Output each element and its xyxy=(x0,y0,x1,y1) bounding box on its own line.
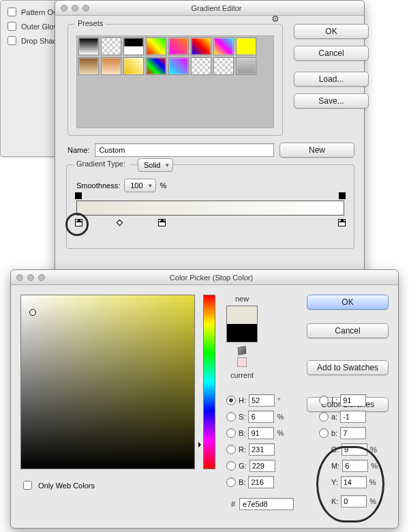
r-radio[interactable] xyxy=(226,445,236,454)
hue-slider-thumb[interactable] xyxy=(198,442,204,447)
a-input[interactable] xyxy=(340,411,366,423)
color-stop-mid[interactable] xyxy=(158,219,166,226)
minimize-icon[interactable] xyxy=(72,5,78,12)
gradient-bar[interactable] xyxy=(76,201,344,216)
midpoint-marker[interactable] xyxy=(117,220,123,226)
minimize-icon[interactable] xyxy=(27,274,34,281)
presets-menu-icon[interactable]: ⚙︎ xyxy=(271,14,279,24)
outer-glow-checkbox[interactable] xyxy=(7,22,16,31)
hue-slider[interactable] xyxy=(203,295,215,469)
gradient-name-input[interactable] xyxy=(95,143,274,157)
color-stop-left[interactable] xyxy=(75,219,82,226)
sv-selection-ring[interactable] xyxy=(29,309,36,316)
s-input[interactable] xyxy=(248,411,274,423)
drop-shadow-checkbox[interactable] xyxy=(7,36,16,45)
add-to-swatches-button[interactable]: Add to Swatches xyxy=(307,360,389,375)
l-input[interactable] xyxy=(340,394,366,407)
dialog-title: Gradient Editor xyxy=(89,4,344,12)
preset-swatch[interactable] xyxy=(78,38,99,55)
preset-swatch[interactable] xyxy=(146,38,166,55)
y-input[interactable] xyxy=(341,476,367,488)
preset-swatch[interactable] xyxy=(123,38,144,55)
sv-color-field[interactable] xyxy=(20,295,195,469)
smoothness-label: Smoothness: xyxy=(76,181,120,190)
smoothness-unit: % xyxy=(160,181,167,190)
fx-label: Outer Glow xyxy=(21,23,59,31)
cancel-button[interactable]: Cancel xyxy=(294,46,369,61)
presets-area[interactable] xyxy=(76,35,274,128)
preset-swatch[interactable] xyxy=(213,38,234,55)
r-input[interactable] xyxy=(249,443,275,456)
preset-swatch[interactable] xyxy=(101,38,121,55)
h-input[interactable] xyxy=(249,394,275,407)
h-radio[interactable] xyxy=(226,396,236,405)
preset-swatch[interactable] xyxy=(213,57,234,75)
save-button[interactable]: Save... xyxy=(294,93,369,108)
preset-swatch[interactable] xyxy=(191,57,211,75)
color-value-fields: H:° L: S:% a: B:% b: R: C:% G: M:% B: Y:… xyxy=(226,394,389,510)
load-button[interactable]: Load... xyxy=(294,72,369,87)
rgb-b-input[interactable] xyxy=(248,476,274,488)
c-input[interactable] xyxy=(342,443,367,456)
dialog-title: Color Picker (Stop Color) xyxy=(45,274,378,282)
gamut-warning-icon[interactable] xyxy=(237,346,246,355)
zoom-icon[interactable] xyxy=(38,274,45,281)
name-label: Name: xyxy=(67,146,89,154)
preset-swatch[interactable] xyxy=(146,57,166,75)
lb-radio[interactable] xyxy=(319,428,329,438)
ok-button[interactable]: OK xyxy=(294,24,369,39)
opacity-stop-right[interactable] xyxy=(339,192,346,199)
only-web-colors-checkbox[interactable] xyxy=(23,481,32,490)
swatch-current-label: current xyxy=(230,371,254,379)
rgb-b-radio[interactable] xyxy=(226,477,236,487)
s-radio[interactable] xyxy=(226,412,236,422)
pattern-overlay-checkbox[interactable] xyxy=(7,8,16,16)
color-swatch-pair[interactable] xyxy=(226,306,258,342)
color-picker-dialog: Color Picker (Stop Color) Only Web Color… xyxy=(10,269,399,529)
lab-b-input[interactable] xyxy=(340,427,366,439)
presets-label: Presets xyxy=(75,19,106,27)
zoom-icon[interactable] xyxy=(82,5,89,12)
k-input[interactable] xyxy=(341,495,367,507)
gradient-editor-dialog: Gradient Editor Presets ⚙︎ OK Cancel Loa… xyxy=(55,0,365,273)
cancel-button[interactable]: Cancel xyxy=(307,323,389,338)
preset-swatch[interactable] xyxy=(101,57,121,75)
b-hsb-input[interactable] xyxy=(248,427,274,439)
preset-swatch[interactable] xyxy=(78,57,99,75)
smoothness-select[interactable]: 100 xyxy=(124,179,155,192)
m-input[interactable] xyxy=(342,460,368,472)
preset-swatch[interactable] xyxy=(236,57,256,75)
close-icon[interactable] xyxy=(16,274,23,281)
only-web-label: Only Web Colors xyxy=(38,482,95,490)
preset-swatch[interactable] xyxy=(191,38,211,55)
preset-swatch[interactable] xyxy=(168,57,189,75)
preset-swatch[interactable] xyxy=(123,57,144,75)
swatch-new-label: new xyxy=(235,295,249,303)
swatch-new[interactable] xyxy=(227,306,257,324)
only-web-colors-row[interactable]: Only Web Colors xyxy=(20,479,195,492)
close-icon[interactable] xyxy=(61,5,67,12)
ok-button[interactable]: OK xyxy=(307,295,389,310)
titlebar[interactable]: Color Picker (Stop Color) xyxy=(11,270,398,285)
g-radio[interactable] xyxy=(226,461,236,471)
preset-swatch[interactable] xyxy=(168,38,189,55)
preset-swatch[interactable] xyxy=(236,38,256,55)
type-label: Gradient Type: xyxy=(74,160,130,168)
b-radio[interactable] xyxy=(226,428,236,438)
opacity-stop-left[interactable] xyxy=(75,192,82,199)
l-radio[interactable] xyxy=(319,396,329,405)
hex-label: # xyxy=(231,500,235,508)
g-input[interactable] xyxy=(249,460,275,472)
gradient-type-select[interactable]: Solid xyxy=(138,158,173,172)
titlebar[interactable]: Gradient Editor xyxy=(55,1,364,16)
swatch-current[interactable] xyxy=(227,324,257,342)
new-button[interactable]: New xyxy=(279,143,354,158)
a-radio[interactable] xyxy=(319,412,329,422)
websafe-warning-icon[interactable] xyxy=(237,357,247,367)
color-stop-right[interactable] xyxy=(338,219,346,226)
hex-input[interactable] xyxy=(239,498,294,510)
